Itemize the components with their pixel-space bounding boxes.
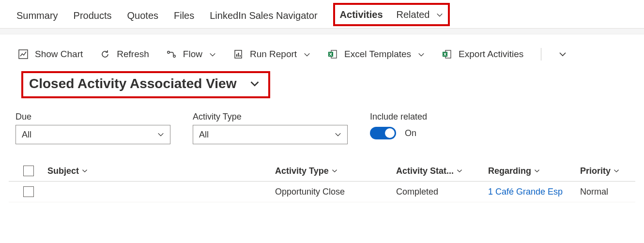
- svg-rect-5: [238, 53, 239, 57]
- tab-related-label: Related: [397, 9, 430, 20]
- col-activity-status[interactable]: Activity Stat...: [396, 166, 488, 176]
- tab-summary[interactable]: Summary: [16, 10, 58, 21]
- chevron-down-icon: [304, 49, 310, 60]
- col-activity-type-label: Activity Type: [275, 166, 329, 176]
- tab-quotes[interactable]: Quotes: [127, 10, 158, 21]
- col-priority[interactable]: Priority: [580, 166, 638, 176]
- svg-rect-0: [19, 50, 28, 59]
- chevron-down-icon: [335, 131, 341, 138]
- view-title: Closed Activity Associated View: [29, 76, 236, 91]
- excel-templates-label: Excel Templates: [344, 49, 411, 60]
- select-all-checkbox[interactable]: [23, 166, 34, 176]
- chevron-down-icon: [82, 168, 88, 174]
- flow-button[interactable]: Flow: [167, 49, 216, 60]
- cell-regarding-link[interactable]: 1 Café Grande Esp: [488, 187, 580, 197]
- refresh-label: Refresh: [117, 49, 149, 60]
- include-related-label: Include related: [370, 112, 427, 122]
- excel-icon: [328, 49, 337, 59]
- filter-activity-type-dropdown[interactable]: All: [193, 125, 348, 144]
- col-regarding-label: Regarding: [488, 166, 531, 176]
- tab-linkedin[interactable]: LinkedIn Sales Navigator: [210, 10, 317, 21]
- svg-rect-4: [236, 54, 237, 57]
- activities-table: Subject Activity Type Activity Stat... R…: [0, 144, 644, 202]
- chevron-down-icon: [457, 168, 462, 174]
- col-subject-label: Subject: [47, 166, 79, 176]
- command-bar: Show Chart Refresh Flow Run Report Excel…: [0, 34, 644, 65]
- col-activity-type[interactable]: Activity Type: [275, 166, 396, 176]
- cell-activity-status: Completed: [396, 187, 488, 197]
- filter-activity-type-label: Activity Type: [193, 112, 348, 122]
- excel-export-icon: [442, 49, 452, 59]
- run-report-button[interactable]: Run Report: [233, 49, 310, 60]
- svg-point-1: [168, 51, 169, 53]
- table-header: Subject Activity Type Activity Stat... R…: [9, 161, 635, 182]
- export-activities-button[interactable]: Export Activities: [442, 49, 523, 60]
- filter-due-dropdown[interactable]: All: [15, 125, 170, 144]
- chevron-down-icon: [250, 79, 260, 89]
- filters-row: Due All Activity Type All Include relate…: [0, 98, 644, 144]
- refresh-icon: [100, 49, 110, 59]
- row-checkbox[interactable]: [23, 186, 34, 197]
- filter-activity-type: Activity Type All: [193, 112, 348, 144]
- report-icon: [233, 49, 243, 59]
- table-row[interactable]: Opportunity Close Completed 1 Café Grand…: [9, 182, 635, 202]
- chevron-down-icon: [534, 168, 540, 174]
- export-activities-label: Export Activities: [459, 49, 523, 60]
- filter-activity-type-value: All: [199, 130, 209, 140]
- tab-products[interactable]: Products: [74, 10, 112, 21]
- chevron-down-icon: [209, 49, 216, 60]
- chevron-down-icon: [613, 168, 619, 174]
- cell-priority: Normal: [580, 187, 638, 197]
- svg-point-2: [173, 55, 175, 57]
- record-tabs: Summary Products Quotes Files LinkedIn S…: [0, 0, 644, 29]
- run-report-label: Run Report: [250, 49, 297, 60]
- filter-include-related: Include related On: [370, 112, 427, 139]
- col-regarding[interactable]: Regarding: [488, 166, 580, 176]
- show-chart-button[interactable]: Show Chart: [18, 49, 83, 60]
- cell-activity-type: Opportunity Close: [275, 187, 396, 197]
- col-priority-label: Priority: [580, 166, 611, 176]
- include-related-toggle[interactable]: [370, 127, 396, 139]
- col-activity-status-label: Activity Stat...: [396, 166, 454, 176]
- chevron-down-icon: [436, 9, 443, 20]
- chevron-down-icon: [418, 49, 425, 60]
- filter-due: Due All: [15, 112, 170, 144]
- command-divider: [541, 48, 541, 61]
- filter-due-label: Due: [15, 112, 170, 122]
- flow-icon: [167, 49, 176, 59]
- refresh-button[interactable]: Refresh: [100, 49, 149, 60]
- tab-files[interactable]: Files: [174, 10, 194, 21]
- subheader-strip: [0, 29, 644, 34]
- svg-rect-6: [240, 55, 241, 57]
- tab-activities[interactable]: Activities: [340, 9, 383, 20]
- chevron-down-icon: [157, 131, 164, 138]
- col-subject[interactable]: Subject: [47, 166, 275, 176]
- flow-label: Flow: [183, 49, 202, 60]
- filter-due-value: All: [22, 130, 31, 140]
- overflow-button[interactable]: [559, 50, 567, 58]
- view-area: Closed Activity Associated View: [0, 65, 644, 98]
- show-chart-label: Show Chart: [35, 49, 83, 60]
- tab-related[interactable]: Related: [397, 9, 444, 20]
- chevron-down-icon: [332, 168, 337, 174]
- highlight-box-tabs: Activities Related: [333, 3, 450, 26]
- chart-icon: [18, 49, 28, 59]
- excel-templates-button[interactable]: Excel Templates: [328, 49, 425, 60]
- include-related-value: On: [405, 128, 416, 138]
- view-selector[interactable]: Closed Activity Associated View: [21, 71, 270, 98]
- toggle-knob: [385, 128, 395, 138]
